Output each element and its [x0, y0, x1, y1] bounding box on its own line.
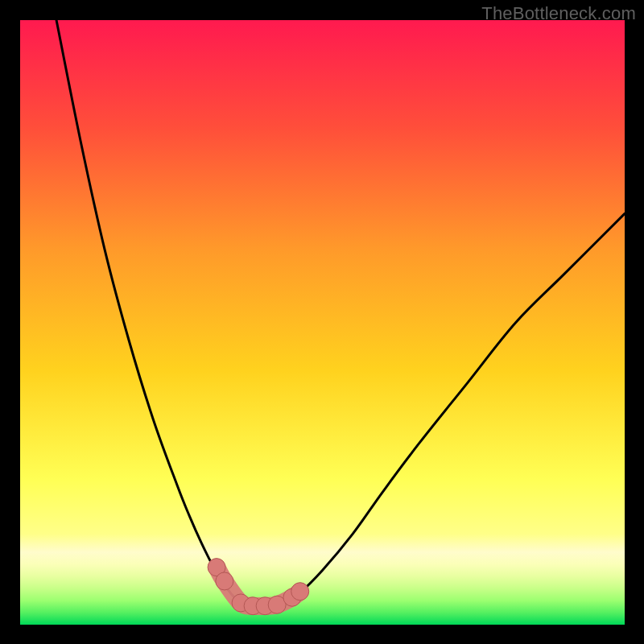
- chart-frame: TheBottleneck.com: [0, 0, 644, 644]
- optimal-marker: [291, 583, 309, 601]
- bottleneck-curve: [20, 20, 625, 625]
- bottleneck-line: [56, 20, 625, 607]
- plot-area: [20, 20, 625, 625]
- optimal-marker: [216, 572, 233, 590]
